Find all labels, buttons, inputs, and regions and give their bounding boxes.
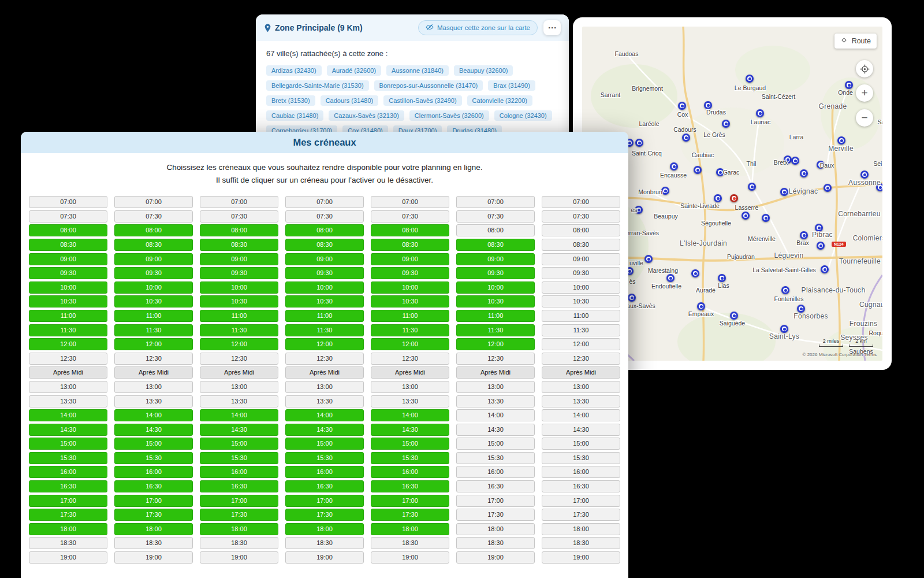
map-marker[interactable]	[666, 274, 675, 282]
time-slot[interactable]: 13:00	[114, 381, 193, 393]
time-slot[interactable]: 15:30	[200, 452, 278, 464]
map-marker[interactable]	[644, 255, 653, 263]
time-slot[interactable]: 19:00	[371, 551, 449, 564]
time-slot[interactable]: 11:30	[371, 324, 449, 336]
time-slot[interactable]: 13:00	[200, 381, 278, 393]
time-slot[interactable]: 16:00	[542, 466, 620, 478]
time-slot[interactable]: 08:00	[285, 224, 364, 236]
time-slot[interactable]: 12:00	[114, 338, 193, 350]
time-slot[interactable]: 16:00	[29, 466, 107, 478]
time-slot[interactable]: 07:00	[456, 196, 535, 208]
time-slot[interactable]: 18:30	[456, 537, 535, 549]
more-menu-button[interactable]: ⋯	[543, 20, 561, 35]
time-slot[interactable]: 09:30	[200, 267, 278, 279]
time-slot[interactable]: 12:30	[114, 353, 193, 365]
time-slot[interactable]: 07:00	[29, 196, 107, 208]
time-slot[interactable]: 15:00	[29, 438, 107, 450]
time-slot[interactable]: 13:30	[114, 395, 193, 407]
map-marker[interactable]	[678, 102, 686, 110]
city-chip[interactable]: Caubiac (31480)	[266, 110, 323, 121]
time-slot[interactable]: 18:00	[29, 523, 107, 535]
time-slot[interactable]: 11:00	[542, 310, 620, 322]
city-chip[interactable]: Castillon-Savès (32490)	[383, 95, 461, 106]
time-slot[interactable]: 18:00	[285, 523, 364, 535]
city-chip[interactable]: Bretx (31530)	[266, 95, 315, 106]
time-slot[interactable]: 09:30	[285, 267, 364, 279]
time-slot[interactable]: 08:30	[371, 239, 449, 251]
time-slot[interactable]: 14:30	[542, 424, 620, 436]
time-slot[interactable]: 07:00	[200, 196, 278, 208]
time-slot[interactable]: 09:00	[285, 253, 364, 265]
time-slot[interactable]: 10:30	[285, 295, 364, 307]
time-slot[interactable]: 14:30	[285, 424, 364, 436]
time-slot[interactable]: 14:30	[114, 424, 193, 436]
time-slot[interactable]: 18:30	[29, 537, 107, 549]
time-slot[interactable]: 11:00	[285, 310, 364, 322]
time-slot[interactable]: 08:30	[285, 239, 364, 251]
time-slot[interactable]: 08:30	[200, 239, 278, 251]
time-slot[interactable]: 12:30	[200, 353, 278, 365]
map-marker[interactable]	[697, 302, 705, 310]
time-slot[interactable]: 17:30	[200, 509, 278, 521]
time-slot[interactable]: 18:00	[371, 523, 449, 535]
map-marker[interactable]	[742, 212, 750, 220]
map-marker[interactable]	[837, 136, 845, 144]
map-marker[interactable]	[730, 312, 738, 320]
city-chip[interactable]: Ardizas (32430)	[266, 65, 322, 76]
time-slot[interactable]: 17:30	[456, 509, 535, 521]
time-slot[interactable]: 14:00	[114, 409, 193, 421]
map-marker[interactable]	[694, 166, 702, 174]
time-slot[interactable]: 14:30	[200, 424, 278, 436]
map-marker[interactable]	[821, 265, 829, 273]
time-slot[interactable]: 13:30	[285, 395, 364, 407]
time-slot[interactable]: 12:00	[285, 338, 364, 350]
time-slot[interactable]: 09:30	[114, 267, 193, 279]
time-slot[interactable]: 15:30	[29, 452, 107, 464]
time-slot[interactable]: 16:00	[285, 466, 364, 478]
zoom-out-button[interactable]: −	[856, 109, 873, 127]
time-slot[interactable]: 18:30	[200, 537, 278, 549]
map-marker[interactable]	[860, 171, 869, 179]
time-slot[interactable]: 12:00	[200, 338, 278, 350]
map-marker[interactable]	[628, 294, 636, 302]
city-chip[interactable]: Beaupuy (32600)	[454, 65, 513, 76]
city-chip[interactable]: Aussonne (31840)	[386, 65, 449, 76]
time-slot[interactable]: 18:30	[285, 537, 364, 549]
time-slot[interactable]: 19:00	[542, 551, 620, 564]
time-slot[interactable]: 09:00	[371, 253, 449, 265]
time-slot[interactable]: 15:00	[456, 438, 535, 450]
time-slot[interactable]: 09:00	[114, 253, 193, 265]
map-marker[interactable]	[800, 231, 808, 239]
map-marker[interactable]	[691, 269, 699, 277]
time-slot[interactable]: 13:30	[456, 395, 535, 407]
map-marker[interactable]	[718, 274, 726, 282]
time-slot[interactable]: 16:30	[29, 480, 107, 492]
time-slot[interactable]: 13:00	[542, 381, 620, 393]
time-slot[interactable]: 19:00	[285, 551, 364, 564]
map-marker[interactable]	[845, 81, 853, 89]
time-slot[interactable]: 12:30	[542, 353, 620, 365]
time-slot[interactable]: 17:00	[29, 495, 107, 507]
time-slot[interactable]: 08:00	[200, 224, 278, 236]
time-slot[interactable]: 11:30	[456, 324, 535, 336]
time-slot[interactable]: 14:30	[456, 424, 535, 436]
time-slot[interactable]: 16:30	[285, 480, 364, 492]
time-slot[interactable]: 14:30	[29, 424, 107, 436]
map-marker[interactable]	[797, 305, 805, 313]
time-slot[interactable]: 17:30	[114, 509, 193, 521]
time-slot[interactable]: 12:00	[29, 338, 107, 350]
time-slot[interactable]: 14:00	[285, 409, 364, 421]
time-slot[interactable]: 16:30	[371, 480, 449, 492]
time-slot[interactable]: 16:00	[371, 466, 449, 478]
time-slot[interactable]: 15:30	[542, 452, 620, 464]
map-marker[interactable]	[746, 75, 754, 83]
time-slot[interactable]: 07:30	[542, 210, 620, 223]
time-slot[interactable]: 13:30	[542, 395, 620, 407]
time-slot[interactable]: 13:00	[29, 381, 107, 393]
time-slot[interactable]: 08:30	[29, 239, 107, 251]
time-slot[interactable]: 08:00	[542, 224, 620, 236]
time-slot[interactable]: 19:00	[29, 551, 107, 564]
time-slot[interactable]: 13:00	[285, 381, 364, 393]
time-slot[interactable]: 10:30	[456, 295, 535, 307]
time-slot[interactable]: 13:30	[371, 395, 449, 407]
